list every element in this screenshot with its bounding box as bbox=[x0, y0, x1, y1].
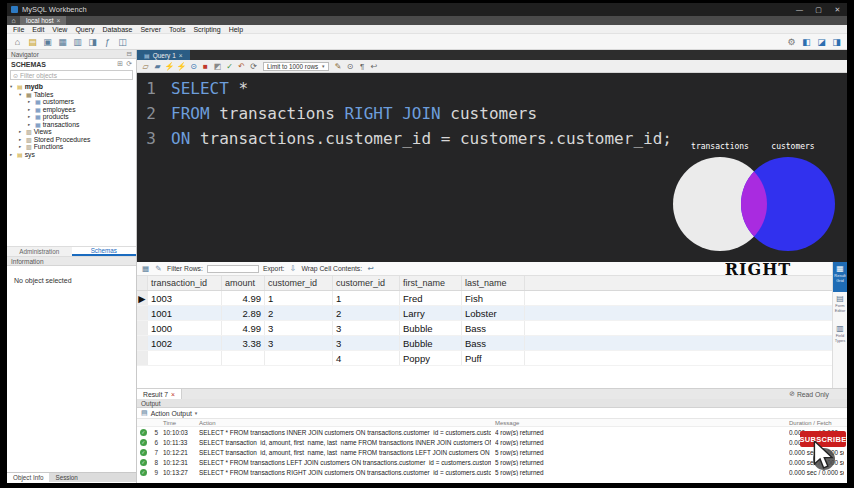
grid-cell[interactable]: Fish bbox=[462, 291, 525, 305]
table-row[interactable]: ▶10034.9911FredFish bbox=[137, 291, 847, 306]
chevron-right-icon[interactable]: ▸ bbox=[10, 152, 15, 157]
open-file-icon[interactable]: ▱ bbox=[140, 61, 151, 72]
toggle-left-panel-icon[interactable]: ◧ bbox=[800, 35, 813, 48]
new-table-icon[interactable]: ▥ bbox=[71, 35, 84, 48]
tree-item-functions[interactable]: ▸▥Functions bbox=[7, 143, 136, 151]
tree-item-products[interactable]: ▸▦products bbox=[7, 113, 136, 121]
side-tab-field-types[interactable]: ▥Field Types bbox=[833, 322, 847, 352]
wrap-text-icon[interactable]: ↩ bbox=[369, 61, 380, 72]
toggle-right-panel-icon[interactable]: ◨ bbox=[830, 35, 843, 48]
chevron-right-icon[interactable]: ▸ bbox=[28, 99, 33, 104]
invisibles-icon[interactable]: ¶ bbox=[357, 61, 368, 72]
tab-schemas[interactable]: Schemas bbox=[72, 247, 137, 256]
new-routine-icon[interactable]: ƒ bbox=[101, 35, 114, 48]
open-sql-script-icon[interactable]: ▣ bbox=[41, 35, 54, 48]
menu-server[interactable]: Server bbox=[136, 26, 165, 33]
grid-cell[interactable]: 1000 bbox=[148, 321, 222, 335]
column-header-last-name[interactable]: last_name bbox=[462, 276, 525, 290]
output-row[interactable]: ✓810:12:31SELECT * FROM transactions LEF… bbox=[137, 457, 847, 467]
grid-cell[interactable]: 3 bbox=[333, 336, 400, 350]
grid-cell[interactable]: 2 bbox=[265, 306, 333, 320]
code-line[interactable]: SELECT * bbox=[171, 76, 672, 101]
grid-cell[interactable]: 2 bbox=[333, 306, 400, 320]
grid-cell[interactable]: 3 bbox=[265, 321, 333, 335]
chevron-down-icon[interactable]: ▾ bbox=[10, 84, 15, 89]
tree-item-views[interactable]: ▸▥Views bbox=[7, 128, 136, 136]
menu-query[interactable]: Query bbox=[71, 26, 98, 33]
output-row[interactable]: ✓710:12:21SELECT transaction_id, amount,… bbox=[137, 447, 847, 457]
beautify-icon[interactable]: ✎ bbox=[333, 61, 344, 72]
output-row[interactable]: ✓610:11:33SELECT transaction_id, amount,… bbox=[137, 437, 847, 447]
grid-cell[interactable]: 1002 bbox=[148, 336, 222, 350]
execute-current-icon[interactable]: ⚡ bbox=[176, 61, 187, 72]
sql-code[interactable]: SELECT *FROM transactions RIGHT JOIN cus… bbox=[163, 73, 672, 262]
wrap-cells-icon[interactable]: ↩ bbox=[366, 264, 375, 273]
menu-view[interactable]: View bbox=[48, 26, 71, 33]
tree-item-stored-procedures[interactable]: ▸▥Stored Procedures bbox=[7, 136, 136, 144]
collapse-panel-icon[interactable]: ⊟ bbox=[127, 50, 132, 58]
action-output-dropdown[interactable]: ▤ Action Output ▾ bbox=[137, 408, 847, 419]
home-tab-icon[interactable]: ⌂ bbox=[7, 16, 20, 25]
menu-help[interactable]: Help bbox=[225, 26, 247, 33]
tree-item-tables[interactable]: ▾▦Tables bbox=[7, 91, 136, 99]
autocommit-icon[interactable]: ⟳ bbox=[248, 61, 259, 72]
rollback-icon[interactable]: ↶ bbox=[236, 61, 247, 72]
side-tab-form-editor[interactable]: ▤Form Editor bbox=[833, 292, 847, 322]
column-header-amount[interactable]: amount bbox=[222, 276, 265, 290]
refresh-schemas-icon[interactable]: ⟳ bbox=[126, 60, 132, 68]
grid-cell[interactable]: 3.38 bbox=[222, 336, 265, 350]
expand-all-icon[interactable]: ⊞ bbox=[117, 60, 123, 68]
tab-session[interactable]: Session bbox=[49, 473, 83, 482]
grid-cell[interactable] bbox=[148, 351, 222, 365]
connection-tab[interactable]: local host × bbox=[20, 16, 66, 25]
stop-on-error-icon[interactable]: ◩ bbox=[212, 61, 223, 72]
edit-grid-icon[interactable]: ✎ bbox=[154, 264, 163, 273]
chevron-down-icon[interactable]: ▾ bbox=[19, 92, 24, 97]
grid-icon[interactable]: ▦ bbox=[141, 264, 150, 273]
grid-cell[interactable]: 1 bbox=[333, 291, 400, 305]
limit-rows-dropdown[interactable]: Limit to 1000 rows ▾ bbox=[263, 62, 329, 71]
output-row[interactable]: ✓510:10:03SELECT * FROM transactions INN… bbox=[137, 427, 847, 437]
backup-icon[interactable]: ◫ bbox=[116, 35, 129, 48]
close-button[interactable]: ✕ bbox=[828, 3, 847, 16]
grid-cell[interactable]: Bubble bbox=[400, 321, 462, 335]
menu-database[interactable]: Database bbox=[98, 26, 136, 33]
grid-cell[interactable]: Lobster bbox=[462, 306, 525, 320]
menu-file[interactable]: File bbox=[9, 26, 28, 33]
tree-item-sys[interactable]: ▸▤sys bbox=[7, 151, 136, 159]
grid-cell[interactable]: 3 bbox=[333, 321, 400, 335]
grid-cell[interactable]: 1001 bbox=[148, 306, 222, 320]
tab-object-info[interactable]: Object Info bbox=[7, 473, 49, 482]
find-icon[interactable]: ⊙ bbox=[345, 61, 356, 72]
output-row[interactable]: ✓910:13:27SELECT * FROM transactions RIG… bbox=[137, 467, 847, 477]
tab-query-1[interactable]: ▤ Query 1 × bbox=[137, 50, 190, 60]
chevron-right-icon[interactable]: ▸ bbox=[19, 129, 24, 134]
chevron-right-icon[interactable]: ▸ bbox=[19, 144, 24, 149]
code-line[interactable]: FROM transactions RIGHT JOIN customers bbox=[171, 101, 672, 126]
column-header-first-name[interactable]: first_name bbox=[400, 276, 462, 290]
stop-icon[interactable]: ■ bbox=[200, 61, 211, 72]
explain-icon[interactable]: ⊙ bbox=[188, 61, 199, 72]
menu-tools[interactable]: Tools bbox=[165, 26, 189, 33]
grid-cell[interactable]: Poppy bbox=[400, 351, 462, 365]
save-file-icon[interactable]: ▰ bbox=[152, 61, 163, 72]
grid-cell[interactable]: 4.99 bbox=[222, 291, 265, 305]
grid-cell[interactable]: 2.89 bbox=[222, 306, 265, 320]
tree-item-employees[interactable]: ▸▦employees bbox=[7, 106, 136, 114]
tree-item-transactions[interactable]: ▸▦transactions bbox=[7, 121, 136, 129]
grid-cell[interactable]: Puff bbox=[462, 351, 525, 365]
grid-cell[interactable]: 3 bbox=[265, 336, 333, 350]
grid-cell[interactable]: 1 bbox=[265, 291, 333, 305]
code-line[interactable]: ON transactions.customer_id = customers.… bbox=[171, 126, 672, 151]
commit-icon[interactable]: ✓ bbox=[224, 61, 235, 72]
grid-cell[interactable]: 4.99 bbox=[222, 321, 265, 335]
tab-result-7[interactable]: Result 7 × bbox=[137, 389, 182, 400]
toggle-output-panel-icon[interactable]: ◪ bbox=[815, 35, 828, 48]
table-row[interactable]: 10004.9933BubbleBass bbox=[137, 321, 847, 336]
new-schema-icon[interactable]: ▦ bbox=[56, 35, 69, 48]
tree-item-customers[interactable]: ▸▦customers bbox=[7, 98, 136, 106]
grid-cell[interactable]: Bubble bbox=[400, 336, 462, 350]
close-icon[interactable]: × bbox=[171, 391, 175, 398]
grid-cell[interactable] bbox=[265, 351, 333, 365]
home-icon[interactable]: ⌂ bbox=[11, 35, 24, 48]
